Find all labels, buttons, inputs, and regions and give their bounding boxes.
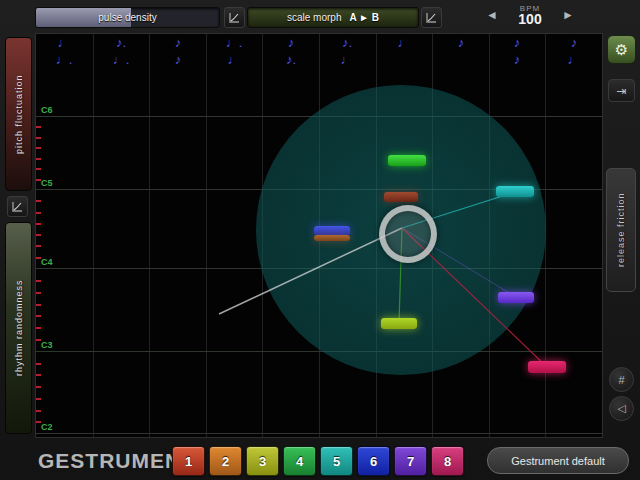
pitch-canvas[interactable]: C6C5C4C3C2♩♪.♪♩.♪♪.♩♪♪♪♩.♩.♪♩♪.♩♪♩ xyxy=(35,33,603,438)
release-friction-slider[interactable]: release friction xyxy=(606,168,636,292)
instrument-button-2[interactable]: 2 xyxy=(209,446,242,476)
instrument-button-5[interactable]: 5 xyxy=(320,446,353,476)
gear-icon: ⚙ xyxy=(615,41,628,59)
pitch-curve-button[interactable] xyxy=(7,196,28,217)
scale-morph-slider[interactable]: scale morph A ► B xyxy=(247,7,419,28)
grid-snap-icon: # xyxy=(618,374,624,386)
instrument-cursor-yellow-green[interactable] xyxy=(381,318,417,329)
settings-button[interactable]: ⚙ xyxy=(607,35,636,64)
instrument-button-1[interactable]: 1 xyxy=(172,446,205,476)
rhythm-randomness-slider[interactable]: rhythm randomness xyxy=(5,222,32,434)
curve-corner-icon xyxy=(228,11,241,24)
mute-button[interactable]: ◁ xyxy=(609,396,634,421)
pitch-fluctuation-label: pitch fluctuation xyxy=(6,38,31,190)
instrument-button-8[interactable]: 8 xyxy=(431,446,464,476)
bpm-decrease-button[interactable]: ◄ xyxy=(486,8,498,22)
release-friction-label: release friction xyxy=(607,169,635,291)
speaker-icon: ◁ xyxy=(617,402,625,415)
cursor-ring[interactable] xyxy=(379,205,437,263)
instrument-button-6[interactable]: 6 xyxy=(357,446,390,476)
snap-button[interactable]: # xyxy=(609,367,634,392)
cursor-layer xyxy=(36,34,602,437)
curve-corner-icon xyxy=(11,200,24,213)
instrument-cursor-crimson[interactable] xyxy=(528,361,566,373)
scale-morph-label: scale morph xyxy=(287,12,341,23)
pan-mode-button[interactable]: ⇥ xyxy=(608,79,635,102)
pulse-curve-button[interactable] xyxy=(224,7,245,28)
instrument-cursor-teal[interactable] xyxy=(496,186,534,197)
instrument-cursor-blue[interactable] xyxy=(314,226,350,235)
pulse-density-label: pulse density xyxy=(36,8,219,27)
instrument-cursor-dark-red[interactable] xyxy=(384,192,418,202)
arrow-to-bar-icon: ⇥ xyxy=(616,84,626,98)
curve-corner-icon xyxy=(425,11,438,24)
instrument-button-3[interactable]: 3 xyxy=(246,446,279,476)
bpm-value: 100 xyxy=(505,13,555,26)
instrument-button-4[interactable]: 4 xyxy=(283,446,316,476)
pulse-density-slider[interactable]: pulse density xyxy=(35,7,220,28)
bpm-display: BPM 100 xyxy=(505,4,555,26)
instrument-cursor-purple[interactable] xyxy=(498,292,534,303)
instrument-cursor-orange[interactable] xyxy=(314,235,350,241)
gestrument-app: pulse density scale morph A ► B ◄ BPM 10… xyxy=(0,0,640,480)
bpm-increase-button[interactable]: ► xyxy=(562,8,574,22)
scale-morph-value: A ► B xyxy=(349,12,379,23)
instrument-cursor-green[interactable] xyxy=(388,155,426,166)
pitch-fluctuation-slider[interactable]: pitch fluctuation xyxy=(5,37,32,191)
preset-button[interactable]: Gestrument default xyxy=(487,447,629,474)
scale-curve-button[interactable] xyxy=(421,7,442,28)
instrument-button-7[interactable]: 7 xyxy=(394,446,427,476)
rhythm-randomness-label: rhythm randomness xyxy=(6,223,31,433)
